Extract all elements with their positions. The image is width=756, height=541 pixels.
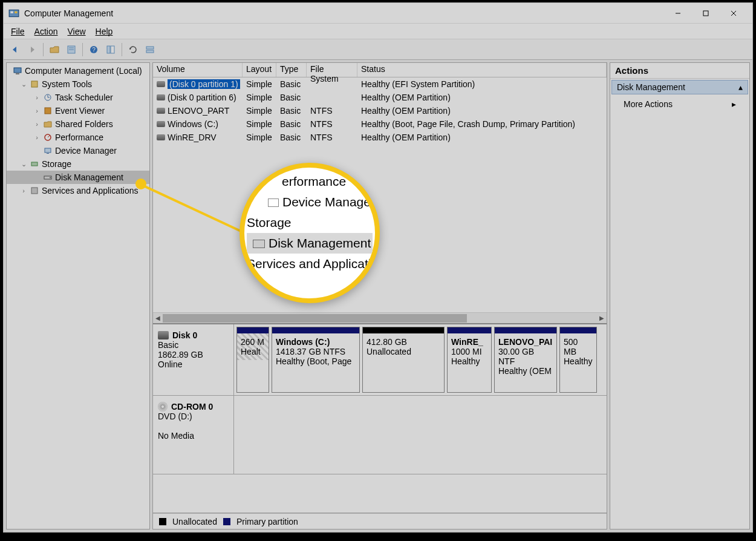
menu-file[interactable]: File <box>11 27 25 36</box>
volume-row[interactable]: (Disk 0 partition 6)SimpleBasicHealthy (… <box>153 91 607 104</box>
disk-area-spacer <box>153 474 607 513</box>
svg-rect-30 <box>31 188 37 194</box>
services-icon <box>30 186 39 195</box>
actions-disk-management[interactable]: Disk Management ▴ <box>611 80 748 94</box>
actions-sub-label: Disk Management <box>617 82 685 92</box>
tree-services-apps[interactable]: › Services and Applications <box>7 184 149 197</box>
expand-icon[interactable]: ⌄ <box>20 80 27 88</box>
volume-rows[interactable]: (Disk 0 partition 1)SimpleBasicHealthy (… <box>153 77 607 144</box>
scroll-left-icon[interactable]: ◀ <box>153 315 163 321</box>
tree-task-scheduler[interactable]: › Task Scheduler <box>7 91 149 104</box>
center-pane: Volume Layout Type File System Status (D… <box>152 62 607 530</box>
expand-icon[interactable]: › <box>33 134 41 141</box>
col-type[interactable]: Type <box>276 63 307 77</box>
expand-icon[interactable]: › <box>33 120 41 128</box>
cdrom-icon <box>158 402 168 411</box>
svg-rect-25 <box>45 148 51 152</box>
partition[interactable]: LENOVO_PAI30.00 GB NTFHealthy (OEM <box>494 327 557 393</box>
volume-row[interactable]: WinRE_DRVSimpleBasicNTFSHealthy (OEM Par… <box>153 131 607 144</box>
back-button[interactable] <box>7 42 23 57</box>
svg-point-29 <box>50 177 51 179</box>
partition[interactable]: Windows (C:)1418.37 GB NTFSHealthy (Boot… <box>272 327 360 393</box>
storage-icon <box>30 159 39 169</box>
svg-rect-22 <box>45 108 51 114</box>
actions-more-label: More Actions <box>624 99 673 109</box>
actions-more[interactable]: More Actions ▸ <box>610 96 749 113</box>
tree-root-label: Computer Management (Local) <box>25 66 142 76</box>
tree-performance[interactable]: › Performance <box>7 131 149 144</box>
expand-icon[interactable]: ⌄ <box>20 160 27 168</box>
tree-label: Performance <box>55 133 103 142</box>
col-filesystem[interactable]: File System <box>307 63 357 77</box>
cdrom-parts <box>234 396 607 474</box>
expand-icon[interactable]: › <box>20 187 27 194</box>
svg-rect-13 <box>111 46 114 53</box>
menu-help[interactable]: Help <box>96 27 113 36</box>
tree-label: Services and Applications <box>42 186 138 195</box>
minimize-button[interactable] <box>664 4 692 22</box>
settings-button[interactable] <box>142 42 158 57</box>
tree-shared-folders[interactable]: › Shared Folders <box>7 117 149 131</box>
refresh-button[interactable] <box>125 42 141 57</box>
tree-event-viewer[interactable]: › Event Viewer <box>7 104 149 117</box>
cdrom-drive: DVD (D:) <box>158 411 229 421</box>
properties-button[interactable] <box>64 42 79 57</box>
perf-icon <box>43 133 53 142</box>
menu-view[interactable]: View <box>67 27 85 36</box>
volume-row[interactable]: (Disk 0 partition 1)SimpleBasicHealthy (… <box>153 77 607 91</box>
tree-pane[interactable]: Computer Management (Local) ⌄ System Too… <box>6 62 150 530</box>
forward-button[interactable] <box>24 42 40 57</box>
partition[interactable]: WinRE_1000 MIHealthy <box>447 327 492 393</box>
help-button[interactable]: ? <box>86 42 102 57</box>
up-folder-button[interactable] <box>47 42 62 57</box>
cdrom-name: CD-ROM 0 <box>171 402 213 411</box>
disk-row-cdrom[interactable]: CD-ROM 0 DVD (D:) No Media <box>153 396 607 474</box>
annotation-magnifier: erformance Device Manager Storage Disk M… <box>240 163 380 303</box>
actions-pane: Actions Disk Management ▴ More Actions ▸ <box>610 62 750 530</box>
partition[interactable]: 260 MHealt <box>236 327 269 393</box>
tree-label: Event Viewer <box>55 106 105 116</box>
svg-rect-15 <box>146 50 154 53</box>
svg-rect-2 <box>15 11 18 13</box>
legend: Unallocated Primary partition <box>153 513 607 529</box>
actions-header: Actions <box>610 63 749 79</box>
col-volume[interactable]: Volume <box>153 63 243 77</box>
menu-action[interactable]: Action <box>34 27 58 36</box>
tree-disk-management[interactable]: Disk Management <box>7 171 149 184</box>
menubar: File Action View Help <box>4 24 752 39</box>
disk-name: Disk 0 <box>172 330 197 340</box>
collapse-icon: ▴ <box>738 82 743 92</box>
partition[interactable]: 412.80 GBUnallocated <box>362 327 445 393</box>
app-icon <box>8 8 19 19</box>
scroll-right-icon[interactable]: ▶ <box>597 315 607 321</box>
event-icon <box>43 106 53 116</box>
volume-row[interactable]: Windows (C:)SimpleBasicNTFSHealthy (Boot… <box>153 117 607 131</box>
volume-row[interactable]: LENOVO_PARTSimpleBasicNTFSHealthy (OEM P… <box>153 104 607 117</box>
disk-size: 1862.89 GB <box>158 350 229 359</box>
scroll-thumb[interactable] <box>163 314 467 323</box>
disk-icon <box>158 331 169 339</box>
svg-rect-16 <box>14 68 21 73</box>
maximize-button[interactable] <box>692 4 720 22</box>
svg-rect-12 <box>107 46 110 53</box>
col-status[interactable]: Status <box>357 63 607 77</box>
col-layout[interactable]: Layout <box>243 63 276 77</box>
legend-swatch-unallocated <box>159 518 166 525</box>
tree-device-manager[interactable]: Device Manager <box>7 144 149 157</box>
tree-root[interactable]: Computer Management (Local) <box>7 64 149 77</box>
tree-system-tools[interactable]: ⌄ System Tools <box>7 77 149 91</box>
tree-storage[interactable]: ⌄ Storage <box>7 157 149 171</box>
partition[interactable]: 500 MBHealthy <box>559 327 597 393</box>
volume-header: Volume Layout Type File System Status <box>153 63 607 77</box>
expand-icon[interactable]: › <box>33 107 41 114</box>
folder-share-icon <box>43 119 53 129</box>
svg-rect-17 <box>16 73 19 74</box>
horizontal-scrollbar[interactable]: ◀ ▶ <box>153 312 607 323</box>
tree-label: Disk Management <box>55 172 123 182</box>
toolbar: ? <box>4 39 752 60</box>
svg-rect-14 <box>146 47 154 49</box>
close-button[interactable] <box>720 4 748 22</box>
disk-row-0[interactable]: Disk 0 Basic 1862.89 GB Online 260 MHeal… <box>153 324 607 396</box>
expand-icon[interactable]: › <box>33 94 41 101</box>
show-hide-tree-button[interactable] <box>103 42 119 57</box>
